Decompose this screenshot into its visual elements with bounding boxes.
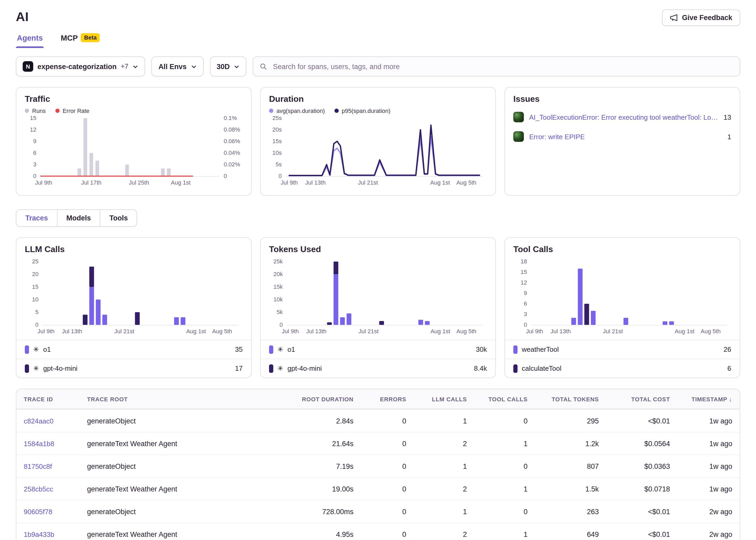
trace-id-link[interactable]: 258cb5cc	[24, 485, 53, 493]
tool-name: weatherTool	[522, 345, 559, 353]
col-tool-calls[interactable]: TOOL CALLS	[474, 396, 535, 402]
subtab-models[interactable]: Models	[58, 210, 100, 226]
issue-item[interactable]: AI_ToolExecutionError: Error executing t…	[513, 111, 731, 123]
timestamp[interactable]: 1w ago	[709, 417, 732, 425]
svg-text:5: 5	[35, 309, 39, 315]
table-row[interactable]: 1584a1b8 generateText Weather Agent 21.6…	[16, 432, 740, 455]
subtab-traces[interactable]: Traces	[16, 210, 58, 226]
svg-text:6: 6	[33, 150, 36, 156]
svg-text:Jul 21st: Jul 21st	[603, 328, 623, 335]
series-color-chip	[269, 345, 273, 353]
tool-calls-card-title: Tool Calls	[513, 245, 731, 254]
legend-row-o1[interactable]: ✳ o1 30k	[261, 339, 495, 358]
tab-agents[interactable]: Agents	[16, 31, 44, 48]
series-color-chip	[25, 345, 29, 353]
legend-row-calculateTool[interactable]: calculateTool 6	[505, 358, 740, 378]
issues-card: Issues AI_ToolExecutionError: Error exec…	[504, 87, 740, 196]
issue-item[interactable]: Error: write EPIPE 1	[513, 130, 731, 143]
col-total-tokens[interactable]: TOTAL TOKENS	[535, 396, 606, 402]
total-cost: $0.0718	[606, 485, 678, 493]
col-root-duration[interactable]: ROOT DURATION	[282, 396, 361, 402]
traffic-card: Traffic Runs Error Rate 0369121500.02%0.…	[16, 87, 252, 196]
search-input[interactable]	[272, 62, 733, 71]
errors: 0	[361, 507, 414, 515]
col-trace-id[interactable]: TRACE ID	[16, 396, 80, 402]
llm-calls-legend: ✳ o1 35 ✳ gpt-4o-mini 17	[16, 339, 251, 378]
table-row[interactable]: c824aac0 generateObject 2.84s 0 1 0 295 …	[16, 409, 740, 432]
svg-text:0: 0	[224, 173, 227, 179]
trace-id-link[interactable]: 1b9a433b	[24, 530, 54, 538]
error-rate-legend-dot	[55, 109, 59, 113]
duration-legend: avg(span.duration) p95(span.duration)	[269, 108, 487, 114]
trace-id-link[interactable]: 1584a1b8	[24, 440, 54, 448]
legend-row-gpt-4o-mini[interactable]: ✳ gpt-4o-mini 17	[16, 358, 251, 378]
total-tokens: 1.5k	[535, 485, 606, 493]
table-row[interactable]: 258cb5cc generateText Weather Agent 19.0…	[16, 477, 740, 500]
total-tokens: 807	[535, 462, 606, 470]
table-row[interactable]: 90605f78 generateObject 728.00ms 0 1 0 2…	[16, 500, 740, 523]
root-duration: 728.00ms	[282, 507, 361, 515]
search-bar[interactable]	[253, 57, 740, 76]
trace-root: generateObject	[80, 507, 282, 515]
environment-selector[interactable]: All Envs	[152, 57, 204, 76]
total-cost: $0.0564	[606, 440, 678, 448]
table-row[interactable]: 1b9a433b generateText Weather Agent 4.95…	[16, 523, 740, 540]
table-row[interactable]: 81750c8f generateObject 7.19s 0 1 0 807 …	[16, 455, 740, 477]
subtab-models-label: Models	[67, 214, 91, 222]
tool-calls-card: Tool Calls 0369121518Jul 9thJul 13thJul …	[504, 237, 740, 378]
tokens-used-card-title: Tokens Used	[269, 245, 487, 254]
tab-mcp[interactable]: MCP Beta	[60, 30, 101, 48]
trace-view-switcher: Traces Models Tools	[16, 209, 137, 227]
tool-value: 26	[723, 345, 731, 353]
openai-icon: ✳	[33, 365, 39, 372]
timestamp[interactable]: 2w ago	[709, 507, 732, 515]
tool-calls: 1	[474, 485, 535, 493]
timestamp[interactable]: 1w ago	[709, 485, 732, 493]
project-selector[interactable]: N expense-categorization +7	[16, 57, 145, 76]
series-color-chip	[513, 345, 518, 353]
series-color-chip	[269, 364, 273, 372]
llm-calls: 1	[414, 417, 474, 425]
chevron-down-icon	[133, 64, 138, 69]
legend-row-gpt-4o-mini[interactable]: ✳ gpt-4o-mini 8.4k	[261, 358, 495, 378]
tool-calls-chart: 0369121518Jul 9thJul 13thJul 21stAug 1st…	[513, 258, 731, 339]
svg-text:15: 15	[30, 115, 36, 121]
give-feedback-button[interactable]: Give Feedback	[662, 10, 740, 26]
root-duration: 21.64s	[282, 440, 361, 448]
filter-bar: N expense-categorization +7 All Envs 30D	[16, 57, 740, 76]
legend-row-o1[interactable]: ✳ o1 35	[16, 339, 251, 358]
timestamp[interactable]: 2w ago	[709, 530, 732, 538]
trace-id-link[interactable]: 81750c8f	[24, 462, 52, 470]
model-name: o1	[287, 345, 295, 353]
svg-text:0.1%: 0.1%	[224, 115, 237, 121]
col-total-cost[interactable]: TOTAL COST	[606, 396, 678, 402]
svg-text:5s: 5s	[276, 161, 282, 168]
issue-link[interactable]: AI_ToolExecutionError: Error executing t…	[529, 113, 718, 121]
svg-text:10k: 10k	[273, 296, 283, 303]
col-llm-calls[interactable]: LLM CALLS	[414, 396, 474, 402]
avg-duration-legend-dot	[269, 109, 273, 113]
date-range-selector[interactable]: 30D	[210, 57, 247, 76]
trace-root: generateText Weather Agent	[80, 485, 282, 493]
overview-cards: Traffic Runs Error Rate 0369121500.02%0.…	[16, 87, 740, 196]
col-errors[interactable]: ERRORS	[361, 396, 414, 402]
trace-id-link[interactable]: 90605f78	[24, 507, 52, 515]
col-timestamp[interactable]: TIMESTAMP↓	[678, 395, 740, 403]
svg-text:0: 0	[524, 322, 527, 328]
svg-text:Jul 21st: Jul 21st	[359, 328, 378, 335]
col-trace-root[interactable]: TRACE ROOT	[80, 396, 282, 402]
timestamp[interactable]: 1w ago	[709, 462, 732, 470]
trace-id-link[interactable]: c824aac0	[24, 417, 54, 425]
legend-row-weatherTool[interactable]: weatherTool 26	[505, 339, 740, 358]
issue-link[interactable]: Error: write EPIPE	[529, 133, 722, 141]
error-rate-legend-label: Error Rate	[63, 108, 89, 114]
topbar: AI Give Feedback	[0, 0, 756, 26]
svg-text:Jul 25th: Jul 25th	[129, 179, 149, 186]
subtab-tools[interactable]: Tools	[100, 210, 137, 226]
runs-legend-dot	[25, 109, 29, 113]
llm-calls-card: LLM Calls 0510152025Jul 9thJul 13thJul 2…	[16, 237, 252, 378]
subtab-tools-label: Tools	[109, 214, 128, 222]
svg-text:10s: 10s	[272, 150, 282, 156]
tool-name: calculateTool	[522, 364, 561, 372]
timestamp[interactable]: 1w ago	[709, 440, 732, 448]
